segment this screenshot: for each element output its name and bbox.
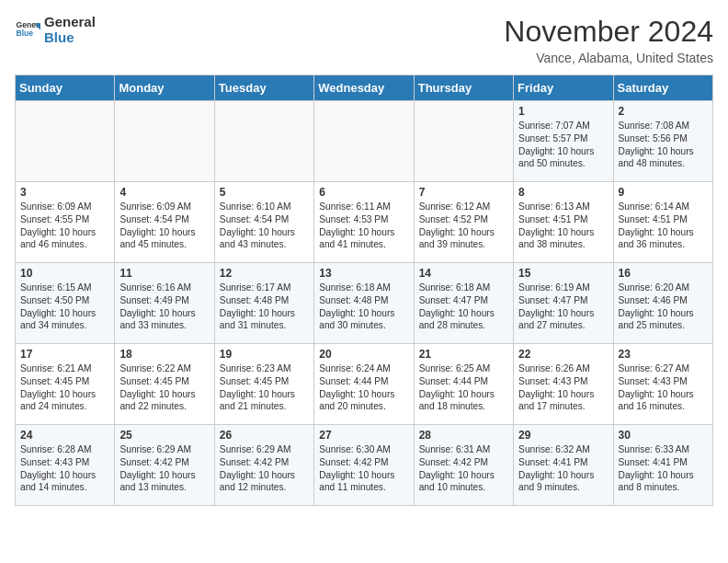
location: Vance, Alabama, United States <box>504 51 713 65</box>
day-number: 29 <box>518 429 608 442</box>
calendar-week-row: 10Sunrise: 6:15 AM Sunset: 4:50 PM Dayli… <box>16 263 713 344</box>
calendar-cell <box>414 101 513 182</box>
calendar-cell: 27Sunrise: 6:30 AM Sunset: 4:42 PM Dayli… <box>314 425 414 506</box>
day-number: 26 <box>220 429 309 442</box>
day-content: Sunrise: 6:12 AM Sunset: 4:52 PM Dayligh… <box>419 201 508 251</box>
calendar-cell <box>16 101 115 182</box>
day-number: 7 <box>419 186 508 199</box>
day-content: Sunrise: 6:15 AM Sunset: 4:50 PM Dayligh… <box>20 282 109 332</box>
calendar-week-row: 1Sunrise: 7:07 AM Sunset: 5:57 PM Daylig… <box>16 101 713 182</box>
calendar-cell: 15Sunrise: 6:19 AM Sunset: 4:47 PM Dayli… <box>514 263 613 344</box>
calendar-cell: 28Sunrise: 6:31 AM Sunset: 4:42 PM Dayli… <box>414 425 513 506</box>
weekday-header-saturday: Saturday <box>613 75 712 101</box>
day-content: Sunrise: 6:18 AM Sunset: 4:48 PM Dayligh… <box>319 282 408 332</box>
calendar-cell: 26Sunrise: 6:29 AM Sunset: 4:42 PM Dayli… <box>214 425 313 506</box>
day-content: Sunrise: 6:24 AM Sunset: 4:44 PM Dayligh… <box>319 362 408 413</box>
calendar-cell: 21Sunrise: 6:25 AM Sunset: 4:44 PM Dayli… <box>414 344 513 425</box>
day-content: Sunrise: 6:29 AM Sunset: 4:42 PM Dayligh… <box>220 443 309 494</box>
calendar-cell: 29Sunrise: 6:32 AM Sunset: 4:41 PM Dayli… <box>514 425 613 506</box>
calendar-week-row: 17Sunrise: 6:21 AM Sunset: 4:45 PM Dayli… <box>16 344 713 425</box>
day-content: Sunrise: 6:09 AM Sunset: 4:54 PM Dayligh… <box>119 201 209 251</box>
weekday-header-tuesday: Tuesday <box>214 75 313 101</box>
calendar-cell <box>214 101 313 182</box>
calendar-week-row: 3Sunrise: 6:09 AM Sunset: 4:55 PM Daylig… <box>16 182 713 263</box>
day-number: 8 <box>518 186 608 199</box>
calendar-cell: 20Sunrise: 6:24 AM Sunset: 4:44 PM Dayli… <box>314 344 414 425</box>
page-header: General Blue General Blue November 2024 … <box>15 15 713 65</box>
day-content: Sunrise: 6:20 AM Sunset: 4:46 PM Dayligh… <box>619 282 708 332</box>
calendar-cell <box>115 101 214 182</box>
day-content: Sunrise: 6:29 AM Sunset: 4:42 PM Dayligh… <box>119 443 209 494</box>
calendar-cell: 2Sunrise: 7:08 AM Sunset: 5:56 PM Daylig… <box>613 101 712 182</box>
calendar-header-row: SundayMondayTuesdayWednesdayThursdayFrid… <box>16 75 713 101</box>
day-number: 4 <box>119 186 209 199</box>
calendar-cell: 11Sunrise: 6:16 AM Sunset: 4:49 PM Dayli… <box>115 263 214 344</box>
calendar-cell: 24Sunrise: 6:28 AM Sunset: 4:43 PM Dayli… <box>16 425 115 506</box>
day-number: 2 <box>619 105 708 118</box>
day-content: Sunrise: 6:26 AM Sunset: 4:43 PM Dayligh… <box>518 362 608 413</box>
day-content: Sunrise: 6:28 AM Sunset: 4:43 PM Dayligh… <box>20 443 109 494</box>
calendar-table: SundayMondayTuesdayWednesdayThursdayFrid… <box>15 75 713 506</box>
day-content: Sunrise: 6:16 AM Sunset: 4:49 PM Dayligh… <box>119 282 209 332</box>
day-content: Sunrise: 7:07 AM Sunset: 5:57 PM Dayligh… <box>518 120 608 170</box>
logo: General Blue General Blue <box>15 15 96 45</box>
calendar-cell: 6Sunrise: 6:11 AM Sunset: 4:53 PM Daylig… <box>314 182 414 263</box>
day-content: Sunrise: 6:25 AM Sunset: 4:44 PM Dayligh… <box>419 362 508 413</box>
day-number: 5 <box>220 186 309 199</box>
day-content: Sunrise: 7:08 AM Sunset: 5:56 PM Dayligh… <box>619 120 708 170</box>
day-content: Sunrise: 6:27 AM Sunset: 4:43 PM Dayligh… <box>619 362 708 413</box>
logo-line2: Blue <box>44 30 96 46</box>
day-number: 21 <box>419 348 508 361</box>
day-number: 28 <box>419 429 508 442</box>
calendar-cell: 9Sunrise: 6:14 AM Sunset: 4:51 PM Daylig… <box>613 182 712 263</box>
weekday-header-monday: Monday <box>115 75 214 101</box>
title-block: November 2024 Vance, Alabama, United Sta… <box>504 15 713 65</box>
calendar-cell: 25Sunrise: 6:29 AM Sunset: 4:42 PM Dayli… <box>115 425 214 506</box>
day-content: Sunrise: 6:18 AM Sunset: 4:47 PM Dayligh… <box>419 282 508 332</box>
day-content: Sunrise: 6:17 AM Sunset: 4:48 PM Dayligh… <box>220 282 309 332</box>
day-number: 3 <box>20 186 109 199</box>
weekday-header-friday: Friday <box>514 75 613 101</box>
day-number: 16 <box>619 267 708 280</box>
calendar-cell: 16Sunrise: 6:20 AM Sunset: 4:46 PM Dayli… <box>613 263 712 344</box>
calendar-cell: 4Sunrise: 6:09 AM Sunset: 4:54 PM Daylig… <box>115 182 214 263</box>
calendar-cell: 5Sunrise: 6:10 AM Sunset: 4:54 PM Daylig… <box>214 182 313 263</box>
day-content: Sunrise: 6:11 AM Sunset: 4:53 PM Dayligh… <box>319 201 408 251</box>
day-number: 27 <box>319 429 408 442</box>
calendar-cell: 19Sunrise: 6:23 AM Sunset: 4:45 PM Dayli… <box>214 344 313 425</box>
calendar-cell: 13Sunrise: 6:18 AM Sunset: 4:48 PM Dayli… <box>314 263 414 344</box>
calendar-cell: 18Sunrise: 6:22 AM Sunset: 4:45 PM Dayli… <box>115 344 214 425</box>
month-title: November 2024 <box>504 15 713 49</box>
calendar-cell: 12Sunrise: 6:17 AM Sunset: 4:48 PM Dayli… <box>214 263 313 344</box>
weekday-header-wednesday: Wednesday <box>314 75 414 101</box>
day-number: 25 <box>119 429 209 442</box>
day-number: 11 <box>119 267 209 280</box>
day-number: 18 <box>119 348 209 361</box>
day-content: Sunrise: 6:33 AM Sunset: 4:41 PM Dayligh… <box>619 443 708 494</box>
day-content: Sunrise: 6:30 AM Sunset: 4:42 PM Dayligh… <box>319 443 408 494</box>
day-number: 14 <box>419 267 508 280</box>
day-number: 9 <box>619 186 708 199</box>
day-number: 17 <box>20 348 109 361</box>
day-number: 30 <box>619 429 708 442</box>
day-number: 24 <box>20 429 109 442</box>
calendar-cell: 22Sunrise: 6:26 AM Sunset: 4:43 PM Dayli… <box>514 344 613 425</box>
day-number: 15 <box>518 267 608 280</box>
day-number: 6 <box>319 186 408 199</box>
day-content: Sunrise: 6:14 AM Sunset: 4:51 PM Dayligh… <box>619 201 708 251</box>
day-number: 20 <box>319 348 408 361</box>
svg-text:Blue: Blue <box>17 29 34 38</box>
day-number: 19 <box>220 348 309 361</box>
day-number: 22 <box>518 348 608 361</box>
calendar-week-row: 24Sunrise: 6:28 AM Sunset: 4:43 PM Dayli… <box>16 425 713 506</box>
calendar-cell: 3Sunrise: 6:09 AM Sunset: 4:55 PM Daylig… <box>16 182 115 263</box>
day-content: Sunrise: 6:10 AM Sunset: 4:54 PM Dayligh… <box>220 201 309 251</box>
day-content: Sunrise: 6:09 AM Sunset: 4:55 PM Dayligh… <box>20 201 109 251</box>
day-content: Sunrise: 6:32 AM Sunset: 4:41 PM Dayligh… <box>518 443 608 494</box>
calendar-cell: 14Sunrise: 6:18 AM Sunset: 4:47 PM Dayli… <box>414 263 513 344</box>
calendar-cell: 7Sunrise: 6:12 AM Sunset: 4:52 PM Daylig… <box>414 182 513 263</box>
day-content: Sunrise: 6:19 AM Sunset: 4:47 PM Dayligh… <box>518 282 608 332</box>
logo-icon: General Blue <box>15 17 40 43</box>
day-number: 13 <box>319 267 408 280</box>
day-content: Sunrise: 6:22 AM Sunset: 4:45 PM Dayligh… <box>119 362 209 413</box>
